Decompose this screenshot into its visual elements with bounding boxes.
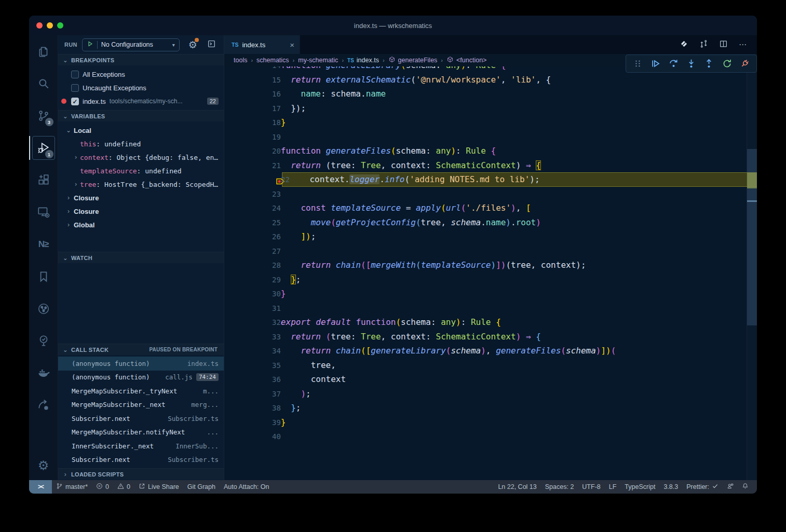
auto-attach-status[interactable]: Auto Attach: On xyxy=(220,480,274,494)
variable-scope[interactable]: ›Global xyxy=(58,218,224,231)
bookmarks-icon[interactable] xyxy=(29,261,58,293)
variable-scope[interactable]: ›Closure xyxy=(58,204,224,218)
code-line[interactable]: 40 xyxy=(224,429,757,444)
call-stack-frame[interactable]: MergeMapSubscriber._tryNextm... xyxy=(58,384,224,398)
prettier-status[interactable]: Prettier: xyxy=(682,480,723,494)
variables-header[interactable]: ⌄ VARIABLES xyxy=(58,111,224,121)
call-stack-frame[interactable]: (anonymous function)index.ts xyxy=(58,357,224,371)
code-line[interactable]: 37 ); xyxy=(224,387,757,401)
extensions-icon[interactable] xyxy=(29,164,58,196)
eol[interactable]: LF xyxy=(605,480,621,494)
disconnect-button[interactable] xyxy=(737,56,752,72)
code-line[interactable]: 25 move(getProjectConfig(tree, schema.na… xyxy=(224,215,757,230)
call-stack-frame[interactable]: (anonymous function)call.js74:24 xyxy=(58,371,224,385)
breadcrumb-item[interactable]: tools xyxy=(234,57,247,64)
variable-item[interactable]: ›context: Object {debug: false, en… xyxy=(58,151,224,164)
code-line[interactable]: 20function generateFiles(schema: any): R… xyxy=(224,144,757,158)
call-stack-frame[interactable]: Subscriber.nextSubscriber.ts xyxy=(58,412,224,426)
code-line[interactable]: 17 }); xyxy=(224,101,757,116)
open-changes-icon[interactable] xyxy=(680,39,688,50)
remote-explorer-icon[interactable] xyxy=(29,196,58,228)
breakpoints-header[interactable]: ⌄ BREAKPOINTS xyxy=(58,54,224,65)
breadcrumb-item[interactable]: my-schematic xyxy=(298,57,338,64)
encoding[interactable]: UTF-8 xyxy=(578,480,604,494)
code-line[interactable]: 26 ]); xyxy=(224,229,757,244)
code-line[interactable]: 16 name: schema.name xyxy=(224,87,757,101)
code-line[interactable]: 38 }; xyxy=(224,401,757,415)
variable-scope[interactable]: ⌄Local xyxy=(58,124,224,137)
source-control-icon[interactable]: 3 xyxy=(29,100,58,132)
start-debug-icon[interactable] xyxy=(87,40,93,49)
breakpoint-item[interactable]: index.tstools/schematics/my-sch...22 xyxy=(58,94,224,108)
warning-count[interactable]: 0 xyxy=(113,480,134,494)
error-count[interactable]: 0 xyxy=(92,480,113,494)
git-branch-status[interactable]: master* xyxy=(52,480,92,494)
breakpoint-checkbox[interactable] xyxy=(71,71,79,78)
breadcrumb-item[interactable]: TSindex.ts xyxy=(347,57,379,64)
code-line[interactable]: 22 context.logger.info('adding NOTES.md … xyxy=(224,172,757,187)
code-line[interactable]: 18} xyxy=(224,115,757,130)
settings-gear-icon[interactable]: ⚙ xyxy=(29,451,58,480)
docker-icon[interactable] xyxy=(29,357,58,389)
live-share-icon[interactable] xyxy=(29,389,58,421)
variable-item[interactable]: this: undefined xyxy=(58,137,224,151)
code-line[interactable]: 29 }; xyxy=(224,272,757,287)
code-line[interactable]: 27 xyxy=(224,244,757,258)
tab-index-ts[interactable]: TS index.ts × xyxy=(224,35,300,54)
watch-header[interactable]: ⌄ WATCH xyxy=(58,252,224,263)
code-line[interactable]: 32export default function(schema: any): … xyxy=(224,315,757,330)
editor-scrollbar[interactable] xyxy=(747,66,757,480)
scrollbar-slider[interactable] xyxy=(747,149,757,325)
code-line[interactable]: 23 xyxy=(224,187,757,201)
loaded-scripts-header[interactable]: › LOADED SCRIPTS xyxy=(58,469,224,480)
feedback[interactable] xyxy=(723,480,738,494)
code-line[interactable]: 19 xyxy=(224,130,757,144)
compare-changes-icon[interactable] xyxy=(699,39,708,50)
search-icon[interactable] xyxy=(29,67,58,100)
launch-configuration-dropdown[interactable]: No Configurations ▾ xyxy=(82,38,180,51)
restart-button[interactable] xyxy=(719,56,734,72)
breakpoint-checkbox[interactable] xyxy=(71,84,79,92)
code-line[interactable]: 36 context xyxy=(224,372,757,387)
configure-gear-icon[interactable]: ⚙ xyxy=(188,39,197,51)
git-graph-status[interactable]: Git Graph xyxy=(183,480,220,494)
breadcrumb-item[interactable]: generateFiles xyxy=(388,56,438,65)
drag-handle-icon[interactable] xyxy=(630,56,645,72)
debug-console-icon[interactable] xyxy=(207,39,216,50)
git-history-icon[interactable] xyxy=(29,293,58,325)
test-explorer-icon[interactable] xyxy=(29,325,58,357)
step-into-button[interactable] xyxy=(684,56,699,72)
call-stack-frame[interactable]: MergeMapSubscriber._nextmerg... xyxy=(58,398,224,412)
split-editor-icon[interactable] xyxy=(719,39,728,50)
notifications[interactable] xyxy=(738,480,753,494)
variable-item[interactable]: ›tree: HostTree {_backend: ScopedH… xyxy=(58,178,224,191)
language-mode[interactable]: TypeScript xyxy=(620,480,659,494)
code-line[interactable]: 34 return chain([generateLibrary(schema)… xyxy=(224,344,757,358)
live-share-status[interactable]: Live Share xyxy=(134,480,183,494)
breakpoint-item[interactable]: Uncaught Exceptions xyxy=(58,81,224,94)
code-line[interactable]: 28 return chain([mergeWith(templateSourc… xyxy=(224,258,757,272)
code-line[interactable]: 24 const templateSource = apply(url('./f… xyxy=(224,201,757,215)
breadcrumb-item[interactable]: <function> xyxy=(446,56,486,65)
call-stack-frame[interactable]: InnerSubscriber._nextInnerSub... xyxy=(58,439,224,453)
breakpoint-checkbox[interactable] xyxy=(71,98,79,105)
code-line[interactable]: 39} xyxy=(224,415,757,430)
code-line[interactable]: 35 tree, xyxy=(224,358,757,373)
call-stack-frame[interactable]: MergeMapSubscriber.notifyNext... xyxy=(58,426,224,440)
more-actions-icon[interactable]: ⋯ xyxy=(739,40,748,49)
step-out-button[interactable] xyxy=(701,56,716,72)
variable-scope[interactable]: ›Closure xyxy=(58,191,224,204)
code-line[interactable]: 31 xyxy=(224,301,757,316)
close-tab-icon[interactable]: × xyxy=(290,40,294,49)
explorer-icon[interactable] xyxy=(29,35,58,67)
code-line[interactable]: 15 return externalSchematic('@nrwl/works… xyxy=(224,73,757,87)
indentation[interactable]: Spaces: 2 xyxy=(541,480,578,494)
nx-console-icon[interactable]: N≥ xyxy=(29,228,58,261)
run-and-debug-icon[interactable]: 1 xyxy=(29,132,58,164)
code-line[interactable]: 21 return (tree: Tree, context: Schemati… xyxy=(224,158,757,173)
cursor-position[interactable]: Ln 22, Col 13 xyxy=(494,480,540,494)
call-stack-frame[interactable]: Subscriber.nextSubscriber.ts xyxy=(58,453,224,467)
ts-version[interactable]: 3.8.3 xyxy=(659,480,682,494)
breadcrumb-item[interactable]: schematics xyxy=(256,57,289,64)
step-over-button[interactable] xyxy=(666,56,681,72)
